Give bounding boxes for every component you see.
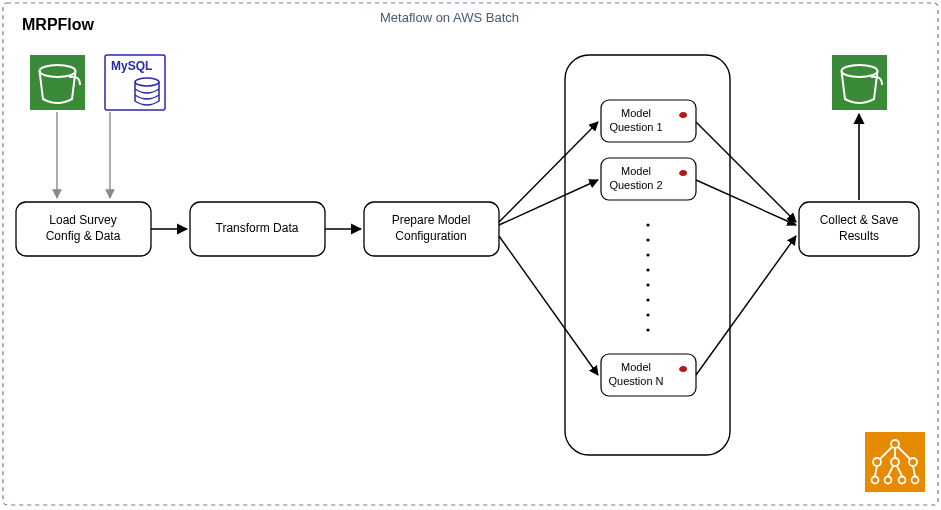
- diagram-canvas: MRPFlow Metaflow on AWS Batch MySQL Load…: [0, 0, 941, 510]
- svg-point-15: [646, 283, 649, 286]
- node-load-line2: Config & Data: [46, 229, 121, 243]
- svg-point-11: [646, 223, 649, 226]
- node-load: Load Survey Config & Data: [16, 202, 151, 256]
- arrow-model1-to-collect: [696, 122, 796, 222]
- aws-batch-icon: [865, 432, 925, 492]
- arrow-model2-to-collect: [696, 180, 796, 225]
- node-prepare: Prepare Model Configuration: [364, 202, 499, 256]
- diagram-title: MRPFlow: [22, 16, 95, 33]
- node-model2: Model Question 2: [601, 158, 696, 200]
- ellipsis-icon: [646, 223, 649, 331]
- node-collect-line2: Results: [839, 229, 879, 243]
- arrow-prepare-to-modelN: [499, 236, 598, 375]
- mysql-label: MySQL: [111, 59, 152, 73]
- node-transform-line1: Transform Data: [216, 221, 299, 235]
- arrow-prepare-to-model2: [499, 180, 598, 225]
- node-model2-line2: Question 2: [609, 179, 662, 191]
- diagram-subtitle: Metaflow on AWS Batch: [380, 10, 519, 25]
- node-model1-line1: Model: [621, 107, 651, 119]
- arrow-modelN-to-collect: [696, 236, 796, 375]
- node-modelN: Model Question N: [601, 354, 696, 396]
- svg-rect-0: [30, 55, 85, 110]
- svg-point-14: [646, 268, 649, 271]
- s3-output-icon: [832, 55, 887, 110]
- node-collect-line1: Collect & Save: [820, 213, 899, 227]
- node-model1-line2: Question 1: [609, 121, 662, 133]
- node-prepare-line2: Configuration: [395, 229, 466, 243]
- stan-icon: [676, 107, 690, 121]
- node-load-line1: Load Survey: [49, 213, 116, 227]
- node-modelN-line2: Question N: [608, 375, 663, 387]
- node-modelN-line1: Model: [621, 361, 651, 373]
- node-model2-line1: Model: [621, 165, 651, 177]
- stan-icon: [676, 361, 690, 375]
- svg-point-18: [646, 328, 649, 331]
- mysql-source-icon: MySQL: [105, 55, 165, 110]
- svg-rect-22: [832, 55, 887, 110]
- node-collect: Collect & Save Results: [799, 202, 919, 256]
- node-prepare-line1: Prepare Model: [392, 213, 471, 227]
- node-model1: Model Question 1: [601, 100, 696, 142]
- node-transform: Transform Data: [190, 202, 325, 256]
- stan-icon: [676, 165, 690, 179]
- svg-point-17: [646, 313, 649, 316]
- arrow-prepare-to-model1: [499, 122, 598, 222]
- s3-source-icon: [30, 55, 85, 110]
- svg-point-13: [646, 253, 649, 256]
- svg-point-16: [646, 298, 649, 301]
- svg-point-12: [646, 238, 649, 241]
